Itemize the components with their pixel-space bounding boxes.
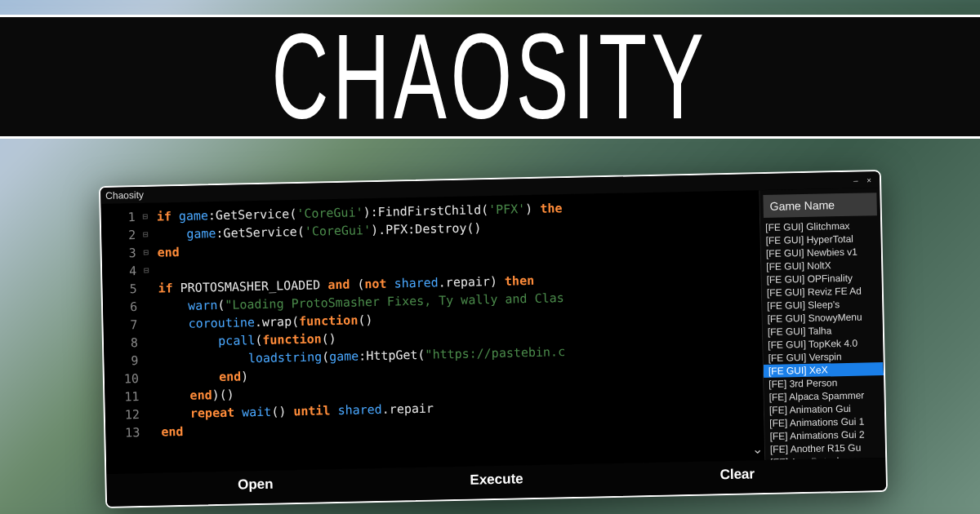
app-window: Chaosity – × 1 2 3 4 5 6 7 8 9 10 11 12 … <box>99 170 888 508</box>
code-editor[interactable]: 1 2 3 4 5 6 7 8 9 10 11 12 13 ⊟ ⊟ <box>100 190 764 474</box>
line-number-gutter: 1 2 3 4 5 6 7 8 9 10 11 12 13 <box>100 203 144 474</box>
script-list[interactable]: [FE GUI] Glitchmax[FE GUI] HyperTotal[FE… <box>760 219 885 460</box>
code-area[interactable]: if game:GetService('CoreGui'):FindFirstC… <box>151 190 764 473</box>
window-controls[interactable]: – × <box>853 175 875 185</box>
clear-button[interactable]: Clear <box>703 463 771 487</box>
title-banner: CHAOSITY <box>0 15 980 139</box>
chevron-down-icon[interactable]: ⌄ <box>752 441 763 457</box>
app-title: CHAOSITY <box>272 7 708 146</box>
window-title: Chaosity <box>105 189 144 202</box>
execute-button[interactable]: Execute <box>453 467 540 492</box>
app-body: 1 2 3 4 5 6 7 8 9 10 11 12 13 ⊟ ⊟ <box>100 188 885 474</box>
open-button[interactable]: Open <box>221 472 290 497</box>
script-list-panel: Game Name [FE GUI] Glitchmax[FE GUI] Hyp… <box>759 188 885 460</box>
script-list-header: Game Name <box>763 193 877 218</box>
